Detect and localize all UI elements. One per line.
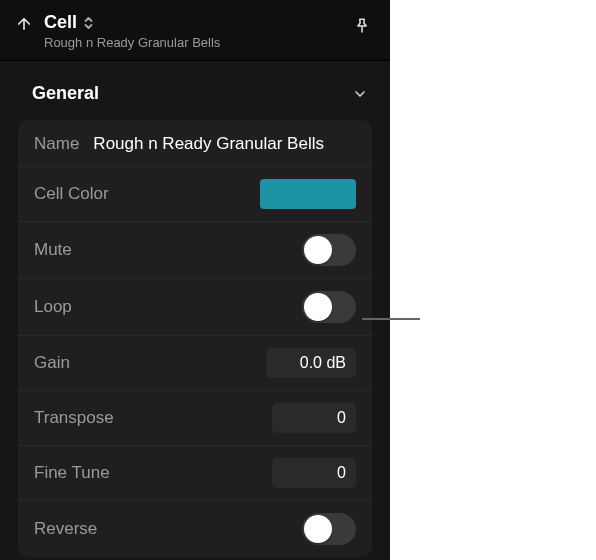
reverse-toggle[interactable] bbox=[302, 513, 356, 545]
toggle-knob bbox=[304, 293, 332, 321]
fine-tune-label: Fine Tune bbox=[34, 463, 110, 483]
chevron-down-icon bbox=[352, 86, 368, 102]
panel-title: Cell bbox=[44, 12, 77, 33]
fine-tune-field[interactable]: 0 bbox=[272, 458, 356, 488]
gain-value: 0.0 dB bbox=[300, 354, 346, 372]
callout-line bbox=[362, 318, 420, 320]
updown-icon bbox=[83, 16, 94, 30]
loop-toggle[interactable] bbox=[302, 291, 356, 323]
general-section: General Name Rough n Ready Granular Bell… bbox=[0, 61, 390, 557]
panel-subtitle: Rough n Ready Granular Bells bbox=[44, 35, 340, 50]
transpose-row: Transpose 0 bbox=[18, 391, 372, 446]
transpose-field[interactable]: 0 bbox=[272, 403, 356, 433]
mute-label: Mute bbox=[34, 240, 72, 260]
name-field[interactable]: Rough n Ready Granular Bells bbox=[93, 134, 324, 154]
mute-toggle[interactable] bbox=[302, 234, 356, 266]
cell-inspector-panel: Cell Rough n Ready Granular Bells Genera… bbox=[0, 0, 390, 560]
gain-row: Gain 0.0 dB bbox=[18, 336, 372, 391]
loop-row: Loop bbox=[18, 279, 372, 336]
back-icon[interactable] bbox=[14, 14, 34, 34]
transpose-label: Transpose bbox=[34, 408, 114, 428]
mute-row: Mute bbox=[18, 222, 372, 279]
gain-label: Gain bbox=[34, 353, 70, 373]
pin-icon[interactable] bbox=[350, 14, 374, 38]
name-label: Name bbox=[34, 134, 79, 154]
toggle-knob bbox=[304, 515, 332, 543]
fine-tune-row: Fine Tune 0 bbox=[18, 446, 372, 501]
panel-header: Cell Rough n Ready Granular Bells bbox=[0, 0, 390, 61]
fine-tune-value: 0 bbox=[337, 464, 346, 482]
section-body: Name Rough n Ready Granular Bells Cell C… bbox=[18, 120, 372, 557]
section-header[interactable]: General bbox=[0, 61, 390, 120]
reverse-label: Reverse bbox=[34, 519, 97, 539]
name-row: Name Rough n Ready Granular Bells bbox=[18, 120, 372, 167]
header-title-block[interactable]: Cell Rough n Ready Granular Bells bbox=[44, 12, 340, 50]
reverse-row: Reverse bbox=[18, 501, 372, 557]
toggle-knob bbox=[304, 236, 332, 264]
cell-color-row: Cell Color bbox=[18, 167, 372, 222]
loop-label: Loop bbox=[34, 297, 72, 317]
section-title: General bbox=[32, 83, 99, 104]
cell-color-swatch[interactable] bbox=[260, 179, 356, 209]
gain-field[interactable]: 0.0 dB bbox=[266, 348, 356, 378]
cell-color-label: Cell Color bbox=[34, 184, 109, 204]
transpose-value: 0 bbox=[337, 409, 346, 427]
